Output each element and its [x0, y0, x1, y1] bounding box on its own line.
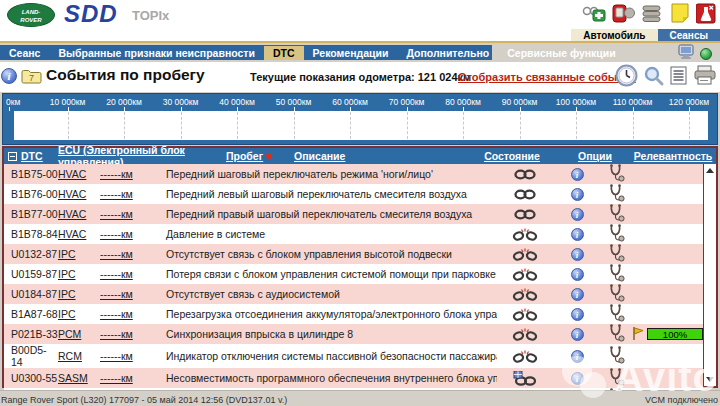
- table-row[interactable]: B1B76-00 HVAC ------км Передний левый ша…: [4, 184, 703, 204]
- stethoscope-icon[interactable]: [601, 264, 631, 284]
- ecu-link[interactable]: HVAC: [58, 188, 100, 200]
- ecu-link[interactable]: PCM: [58, 328, 100, 340]
- stethoscope-icon[interactable]: [601, 244, 631, 264]
- tab-vehicle[interactable]: Автомобиль: [571, 29, 657, 41]
- column-header-mileage[interactable]: Пробег: [226, 150, 290, 162]
- column-header-options[interactable]: Опции: [560, 150, 630, 162]
- ecu-link[interactable]: HVAC: [58, 228, 100, 240]
- ecu-link[interactable]: HVAC: [58, 208, 100, 220]
- menu-recommendations[interactable]: Рекомендации: [304, 46, 398, 60]
- info-icon[interactable]: i: [571, 328, 584, 341]
- title-bar: i 7 События по пробегу Текущие показания…: [0, 62, 720, 92]
- info-icon[interactable]: i: [571, 268, 584, 281]
- ecu-link[interactable]: HVAC: [58, 168, 100, 180]
- timeline-tick-label: 0км: [6, 97, 20, 107]
- info-icon[interactable]: i: [571, 350, 584, 363]
- table-row[interactable]: B1B78-84 HVAC ------км Давление в систем…: [4, 224, 703, 244]
- info-icon[interactable]: i: [571, 168, 584, 181]
- ecu-link[interactable]: RCM: [58, 350, 100, 362]
- logo-text-bottom: ROVER: [8, 16, 54, 24]
- table-row[interactable]: B1B75-00 HVAC ------км Передний шаговый …: [4, 164, 703, 184]
- stethoscope-icon[interactable]: [601, 346, 631, 366]
- stethoscope-icon[interactable]: [601, 224, 631, 244]
- table-row[interactable]: P021B-33 PCM ------км Синхронизация впры…: [4, 324, 703, 344]
- column-header-description[interactable]: Описание: [290, 150, 464, 162]
- info-icon[interactable]: i: [571, 372, 584, 385]
- timeline-tick: [689, 107, 690, 111]
- list-view-icon[interactable]: [670, 66, 688, 90]
- table-row[interactable]: B1B77-00 HVAC ------км Передний правый ш…: [4, 204, 703, 224]
- menu-symptoms[interactable]: Выбранные признаки неисправности: [49, 46, 264, 60]
- menu-extra[interactable]: Дополнительно: [397, 46, 498, 60]
- info-icon[interactable]: i: [1, 68, 17, 84]
- mileage-link[interactable]: ------км: [100, 288, 158, 300]
- timeline-tick-label: 20 000км: [106, 97, 142, 107]
- first-aid-toolkit-icon[interactable]: [582, 2, 606, 28]
- info-icon[interactable]: i: [571, 288, 584, 301]
- info-icon[interactable]: i: [571, 208, 584, 221]
- chain-module-icon: [497, 371, 553, 386]
- info-icon[interactable]: i: [571, 308, 584, 321]
- ecu-link[interactable]: IPC: [58, 288, 100, 300]
- topix-link[interactable]: TOPIx: [132, 8, 169, 23]
- mileage-link[interactable]: ------км: [100, 372, 158, 384]
- menu-dtc[interactable]: DTC: [264, 46, 304, 60]
- show-related-events-link[interactable]: Отобразить связанные события: [458, 71, 636, 83]
- ecu-link[interactable]: IPC: [58, 248, 100, 260]
- stethoscope-icon[interactable]: [601, 164, 631, 184]
- menu-session[interactable]: Сеанс: [0, 46, 49, 60]
- arrow-down-icon: [706, 377, 714, 382]
- collapse-all-icon[interactable]: [8, 152, 17, 161]
- column-header-state[interactable]: Состояние: [464, 150, 560, 162]
- stethoscope-icon[interactable]: [601, 324, 631, 344]
- table-row[interactable]: U0159-87 IPC ------км Потеря связи с бло…: [4, 264, 703, 284]
- mileage-link[interactable]: ------км: [100, 328, 158, 340]
- timeline-gridline: [407, 112, 408, 139]
- stethoscope-icon[interactable]: [601, 184, 631, 204]
- stethoscope-icon[interactable]: [601, 304, 631, 324]
- end-session-icon[interactable]: [696, 2, 716, 28]
- table-row[interactable]: B1A87-68 IPC ------км Перезагрузка отсое…: [4, 304, 703, 324]
- mileage-link[interactable]: ------км: [100, 350, 158, 362]
- scroll-up-button[interactable]: [704, 164, 716, 177]
- header-toolbar: [582, 2, 716, 28]
- vcm-device-icon[interactable]: [611, 2, 635, 28]
- history-clock-icon[interactable]: [615, 64, 638, 91]
- table-scrollbar[interactable]: [703, 164, 716, 386]
- info-icon[interactable]: i: [571, 248, 584, 261]
- tab-sessions[interactable]: Сеансы: [658, 29, 720, 41]
- stethoscope-icon[interactable]: [601, 368, 631, 388]
- table-row[interactable]: U0132-87 IPC ------км Отсутствует связь …: [4, 244, 703, 264]
- info-icon[interactable]: i: [571, 228, 584, 241]
- table-row[interactable]: U0184-87 IPC ------км Отсутствует связь …: [4, 284, 703, 304]
- ecu-link[interactable]: IPC: [58, 308, 100, 320]
- menu-bar: Сеанс Выбранные признаки неисправности D…: [0, 45, 492, 60]
- mileage-link[interactable]: ------км: [100, 268, 158, 280]
- device-stack-icon[interactable]: [640, 2, 664, 28]
- timeline-tick-label: 10 000км: [50, 97, 86, 107]
- stethoscope-icon[interactable]: [601, 204, 631, 224]
- timeline-tick-label: 120 000км: [669, 97, 709, 107]
- column-header-dtc[interactable]: DTC: [4, 150, 58, 162]
- mileage-link[interactable]: ------км: [100, 308, 158, 320]
- print-icon[interactable]: [693, 65, 717, 90]
- info-icon[interactable]: i: [571, 188, 584, 201]
- mileage-link[interactable]: ------км: [100, 188, 158, 200]
- mileage-link[interactable]: ------км: [100, 248, 158, 260]
- table-header-row: DTC ECU (Электронный блок управления) Пр…: [4, 148, 716, 164]
- mileage-link[interactable]: ------км: [100, 208, 158, 220]
- menu-service-functions[interactable]: Сервисные функции: [498, 46, 625, 60]
- dtc-description: Передний правый шаговый переключатель см…: [158, 208, 497, 220]
- notes-icon[interactable]: [669, 2, 691, 28]
- chain-broken-icon: [497, 349, 553, 363]
- stethoscope-icon[interactable]: [601, 284, 631, 304]
- scroll-down-button[interactable]: [704, 373, 716, 386]
- table-row[interactable]: B00D5-14 RCM ------км Индикатор отключен…: [4, 344, 703, 368]
- table-row[interactable]: U0300-55 SASM ------км Несовместимость п…: [4, 368, 703, 388]
- ecu-link[interactable]: SASM: [58, 372, 100, 384]
- column-header-relevance[interactable]: Релевантность: [630, 150, 716, 162]
- ecu-link[interactable]: IPC: [58, 268, 100, 280]
- mileage-link[interactable]: ------км: [100, 228, 158, 240]
- mileage-link[interactable]: ------км: [100, 168, 158, 180]
- search-icon[interactable]: [643, 65, 665, 91]
